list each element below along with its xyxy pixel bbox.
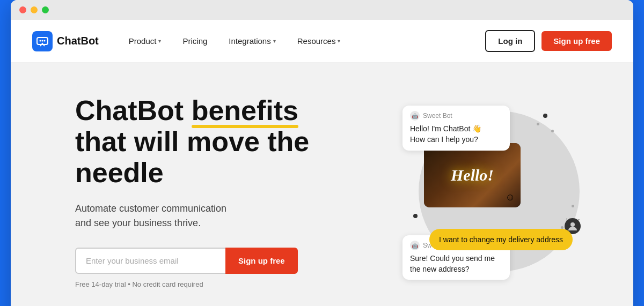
close-dot[interactable] xyxy=(19,6,26,13)
hello-sign: Hello! xyxy=(451,166,494,184)
chat-widget: 🤖 Sweet Bot Hello! I'm ChatBot 👋How can … xyxy=(408,100,590,282)
dot-decoration-4 xyxy=(413,214,418,218)
minimize-dot[interactable] xyxy=(31,6,38,13)
chat-bubble-1: 🤖 Sweet Bot Hello! I'm ChatBot 👋How can … xyxy=(402,106,510,150)
dot-decoration-1 xyxy=(543,114,547,118)
chevron-down-icon-3: ▾ xyxy=(338,38,340,44)
signup-button-hero[interactable]: Sign up free xyxy=(225,248,298,274)
bot-icon-2: 🤖 xyxy=(410,241,420,250)
hero-highlight-word: benefits xyxy=(192,95,298,126)
nav-links: Product ▾ Pricing Integrations ▾ Resourc… xyxy=(120,32,486,50)
browser-chrome xyxy=(11,0,633,20)
svg-point-1 xyxy=(40,40,41,41)
chat-bot-response: Sure! Could you send methe new address? xyxy=(410,253,502,274)
nav-item-resources[interactable]: Resources ▾ xyxy=(289,32,349,50)
smiley-emoji: ☺ xyxy=(506,192,515,203)
hero-section: ChatBot benefits that will move the need… xyxy=(11,63,633,306)
browser-window: ChatBot Product ▾ Pricing Integrations ▾… xyxy=(11,0,633,306)
user-message-bubble: I want to change my delivery address xyxy=(429,229,573,250)
bot-icon-1: 🤖 xyxy=(410,111,420,121)
chat-image: Hello! ☺ xyxy=(424,143,521,207)
nav-actions: Log in Sign up free xyxy=(485,30,612,52)
maximize-dot[interactable] xyxy=(42,6,49,13)
hero-right: 🤖 Sweet Bot Hello! I'm ChatBot 👋How can … xyxy=(333,100,612,282)
nav-item-pricing[interactable]: Pricing xyxy=(174,32,216,50)
logo-icon xyxy=(32,31,53,51)
svg-point-4 xyxy=(570,222,575,227)
hero-disclaimer: Free 14-day trial • No credit card requi… xyxy=(75,280,333,288)
chat-sender-1: 🤖 Sweet Bot xyxy=(410,111,502,121)
email-input[interactable] xyxy=(75,248,225,274)
nav-item-product[interactable]: Product ▾ xyxy=(120,32,170,50)
logo[interactable]: ChatBot xyxy=(32,31,99,51)
hero-left: ChatBot benefits that will move the need… xyxy=(75,95,333,288)
chevron-down-icon-2: ▾ xyxy=(273,38,276,44)
svg-point-2 xyxy=(42,40,43,41)
logo-text: ChatBot xyxy=(57,35,99,47)
nav-item-integrations[interactable]: Integrations ▾ xyxy=(220,32,284,50)
navbar: ChatBot Product ▾ Pricing Integrations ▾… xyxy=(11,20,633,63)
signup-button-nav[interactable]: Sign up free xyxy=(541,31,612,51)
hero-form: Sign up free xyxy=(75,248,333,274)
login-button[interactable]: Log in xyxy=(485,30,535,52)
chat-bot-greeting: Hello! I'm ChatBot 👋How can I help you? xyxy=(410,124,502,145)
hero-title: ChatBot benefits that will move the need… xyxy=(75,95,333,189)
hero-subtitle: Automate customer communication and see … xyxy=(75,201,333,230)
chevron-down-icon: ▾ xyxy=(158,38,161,44)
svg-point-3 xyxy=(44,40,46,41)
